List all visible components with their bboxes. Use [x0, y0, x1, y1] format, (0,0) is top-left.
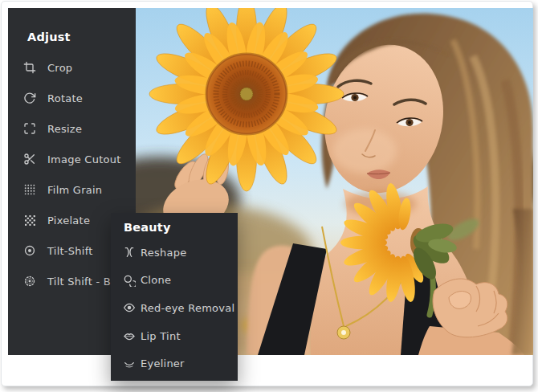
menu-item-crop[interactable]: Crop — [8, 52, 136, 83]
tilt-shift-brush-icon — [23, 275, 36, 288]
menu-item-image-cutout[interactable]: Image Cutout — [8, 144, 136, 174]
lip-tint-icon — [123, 329, 136, 342]
menu-item-lip-tint[interactable]: Lip Tint — [111, 322, 238, 350]
menu-item-clone[interactable]: Clone — [111, 267, 238, 295]
pixelate-icon — [23, 214, 36, 227]
beauty-panel-title: Beauty — [124, 219, 238, 235]
beauty-panel: Beauty Reshape Clone Red-eye Removal Lip… — [111, 213, 238, 381]
film-grain-icon — [23, 183, 36, 196]
red-eye-removal-icon — [123, 301, 136, 314]
resize-icon — [23, 122, 36, 135]
clone-icon — [123, 274, 136, 287]
beauty-menu: Reshape Clone Red-eye Removal Lip Tint E… — [111, 239, 238, 378]
menu-item-eyeliner[interactable]: Eyeliner — [111, 349, 238, 378]
tilt-shift-icon — [23, 244, 36, 257]
menu-item-reshape[interactable]: Reshape — [111, 239, 238, 267]
reshape-icon — [123, 246, 136, 259]
menu-item-resize[interactable]: Resize — [8, 113, 136, 144]
crop-icon — [23, 61, 36, 74]
menu-item-rotate[interactable]: Rotate — [8, 83, 136, 113]
window-frame: Adjust Crop Rotate Resize Image Cutout F… — [1, 1, 533, 386]
image-cutout-icon — [23, 153, 36, 165]
eyeliner-icon — [123, 357, 136, 370]
rotate-icon — [23, 92, 36, 104]
menu-item-red-eye-removal[interactable]: Red-eye Removal — [111, 294, 238, 322]
adjust-panel-title: Adjust — [27, 29, 136, 45]
menu-item-film-grain[interactable]: Film Grain — [8, 174, 136, 205]
